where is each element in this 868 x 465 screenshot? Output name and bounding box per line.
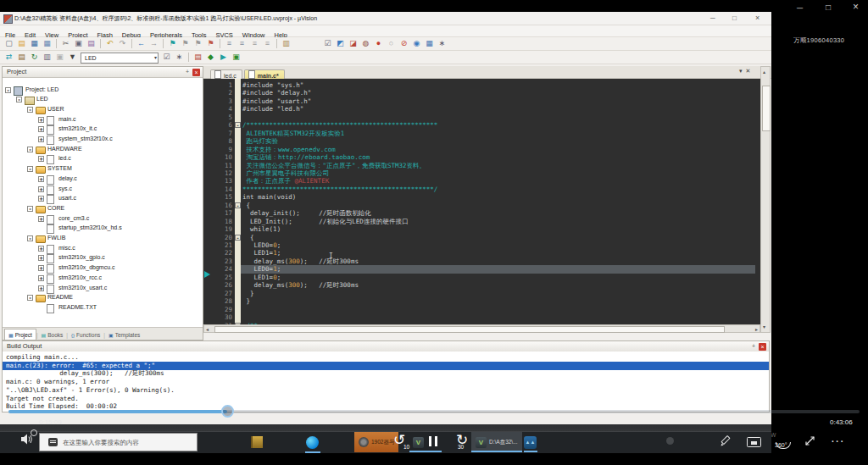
build-log-line[interactable]: compiling main.c...	[3, 353, 769, 362]
forward-30-button[interactable]: ↻	[456, 431, 468, 449]
editor-vertical-scrollbar[interactable]: ▴ ▾	[760, 66, 771, 333]
close-icon[interactable]: ×	[192, 69, 200, 76]
build-output-log[interactable]: compiling main.c...main.c(23): error: #6…	[3, 352, 769, 412]
build-log-line[interactable]: main.c: 0 warnings, 1 error	[3, 378, 769, 386]
find-in-files-icon[interactable]: ▥	[281, 38, 292, 49]
expand-icon[interactable]: +	[38, 275, 44, 281]
build-error-line[interactable]: main.c(23): error: #65: expected a ";"	[3, 362, 769, 370]
collapse-icon[interactable]: -	[5, 87, 11, 93]
pin-icon[interactable]: +	[184, 69, 191, 75]
kill-all-breakpoints-icon[interactable]: ⊘	[398, 38, 409, 49]
fold-collapse-icon[interactable]: -	[235, 235, 241, 241]
magic-wand-icon[interactable]: ∗	[174, 52, 185, 63]
tab-list-dropdown-icon[interactable]: ▾	[739, 68, 743, 74]
pin-icon[interactable]: +	[750, 343, 757, 350]
navigate-forward-icon[interactable]: →	[148, 38, 159, 49]
rotate-360-button[interactable]: 360°	[775, 435, 790, 449]
expand-icon[interactable]: +	[38, 285, 44, 291]
close-icon[interactable]: ×	[759, 343, 766, 351]
new-file-icon[interactable]: ▢	[3, 38, 14, 49]
stop-build-icon[interactable]: ▣	[54, 52, 65, 63]
navigate-back-icon[interactable]: ←	[136, 38, 147, 49]
translate-icon[interactable]: ⇄	[3, 52, 14, 63]
expand-icon[interactable]: +	[38, 216, 44, 222]
uvision-restore-button[interactable]: □	[732, 15, 737, 22]
expand-icon[interactable]: +	[38, 117, 44, 123]
manage-run-time-environment-icon[interactable]: ◆	[205, 52, 216, 63]
code-editor[interactable]: 1#include "sys.h"2#include "delay.h"3#in…	[203, 79, 760, 324]
show-current-statement-icon[interactable]: ◉	[411, 38, 422, 49]
taskbar-item-blue-app[interactable]: ▲▲	[524, 432, 541, 452]
uncomment-selection-icon[interactable]: ≡	[262, 38, 273, 49]
target-select[interactable]: LED▾	[81, 53, 159, 64]
download-to-flash-icon[interactable]: ▼	[67, 52, 78, 63]
tab-close-icon[interactable]: ✕	[745, 68, 750, 74]
expand-icon[interactable]: +	[38, 156, 44, 162]
batch-build-icon[interactable]: ▥	[42, 52, 53, 63]
configure-tools-icon[interactable]: ∗	[437, 38, 448, 49]
expand-icon[interactable]: +	[38, 176, 44, 182]
collapse-icon[interactable]: -	[27, 147, 33, 152]
build-icon[interactable]: ▤	[16, 52, 27, 63]
collapse-icon[interactable]: -	[27, 235, 33, 241]
panel-tab-project[interactable]: ▦Project	[4, 329, 36, 340]
expand-icon[interactable]: +	[38, 265, 44, 271]
indent-icon[interactable]: ≡	[224, 38, 235, 49]
expand-icon[interactable]: +	[38, 246, 44, 252]
collapse-icon[interactable]: -	[27, 206, 33, 212]
rebuild-icon[interactable]: ↻	[29, 52, 40, 63]
copy-icon[interactable]: ▣	[73, 38, 84, 49]
fold-collapse-icon[interactable]: -	[235, 122, 241, 128]
fold-collapse-icon[interactable]: -	[235, 202, 241, 208]
taskbar-item-keil-active[interactable]: V D:\A盘32\...	[471, 432, 522, 452]
volume-button[interactable]	[21, 434, 34, 445]
editor-horizontal-scrollbar[interactable]: ◂ ▸	[203, 324, 760, 333]
edit-pencil-icon[interactable]	[720, 435, 732, 447]
prev-bookmark-icon[interactable]: ⚑	[180, 38, 191, 49]
pause-button[interactable]	[429, 435, 441, 450]
paste-icon[interactable]: ▤	[86, 38, 97, 49]
insert-bookmark-icon[interactable]: ⚑	[167, 38, 178, 49]
undo-icon[interactable]: ↶	[104, 38, 115, 49]
enable-breakpoint-icon[interactable]: ○	[386, 38, 397, 49]
save-all-icon[interactable]: ▦	[42, 38, 53, 49]
insert-remove-breakpoint-tool-icon[interactable]: ◪	[348, 38, 359, 49]
expand-icon[interactable]: +	[38, 196, 44, 202]
uvision-close-button[interactable]: ×	[755, 14, 760, 21]
seek-bar-handle[interactable]	[221, 405, 234, 418]
options-for-target-icon[interactable]: ☑	[161, 52, 172, 63]
clear-bookmarks-icon[interactable]: ⚑	[205, 38, 216, 49]
expand-icon[interactable]: +	[38, 186, 44, 192]
panel-tab-functions[interactable]: {}Functions	[68, 329, 103, 340]
player-close-button[interactable]: ×	[853, 3, 859, 11]
open-icon[interactable]: ▤	[16, 38, 27, 49]
taskbar-item-notebook-icon[interactable]	[251, 436, 263, 448]
save-icon[interactable]: ▦	[29, 38, 40, 49]
breakpoint-icon[interactable]: ●	[373, 38, 384, 49]
taskbar-search-input[interactable]: 在这里输入你要搜索的内容	[39, 433, 198, 451]
expand-icon[interactable]: +	[38, 136, 44, 142]
collapse-icon[interactable]: -	[27, 295, 33, 301]
scrollbar-thumb[interactable]	[762, 86, 771, 131]
select-software-packs-icon[interactable]: ▶	[218, 52, 229, 63]
tray-icon[interactable]	[666, 437, 674, 445]
uvision-minimize-button[interactable]: ─	[710, 15, 715, 22]
collapse-icon[interactable]: -	[27, 166, 33, 172]
window-layout-icon[interactable]: ▦	[424, 38, 435, 49]
file-extensions-icon[interactable]: ▣	[231, 52, 242, 63]
rewind-10-button[interactable]: ↺	[393, 431, 405, 449]
start-stop-debug-icon[interactable]: ◩	[335, 38, 346, 49]
expand-icon[interactable]: +	[38, 255, 44, 261]
collapse-icon[interactable]: -	[16, 97, 22, 102]
manage-project-items-icon[interactable]: ▤	[192, 52, 203, 63]
next-bookmark-icon[interactable]: ⚑	[192, 38, 203, 49]
fullscreen-icon[interactable]	[804, 435, 815, 446]
panel-tab-books[interactable]: ▤Books	[38, 329, 67, 340]
comment-selection-icon[interactable]: ≡	[249, 38, 260, 49]
scrollbar-thumb[interactable]	[214, 326, 725, 333]
build-log-line[interactable]: delay_ms(300); //延时300ms	[3, 369, 769, 378]
more-options-button[interactable]: ···	[832, 437, 845, 446]
configure-options-icon[interactable]: ☑	[322, 38, 333, 49]
outdent-icon[interactable]: ≡	[236, 38, 248, 49]
build-log-line[interactable]: "..\OBJ\LED.axf" - 1 Error(s), 0 Warning…	[3, 386, 769, 395]
